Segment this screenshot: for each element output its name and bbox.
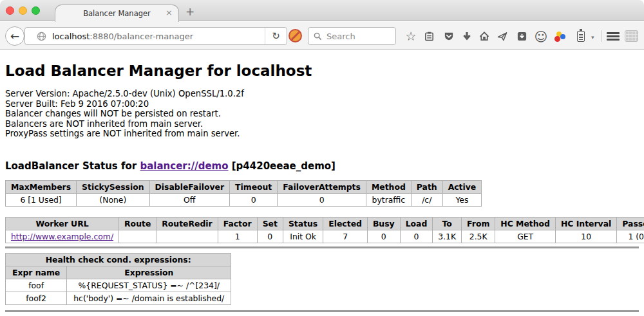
- balancers-inherit-line: Balancers are NOT inherited from main se…: [5, 119, 639, 129]
- colored-dots-icon: [554, 32, 565, 42]
- column-header-load: Load: [400, 217, 433, 230]
- browser-window: Balancer Manager × + ← localhost:8880/ba…: [0, 0, 644, 316]
- table-row: foof %{REQUEST_STATUS} =~ /^[234]/: [6, 279, 231, 292]
- worker-status-table: Worker URL Route RouteRedir Factor Set S…: [5, 217, 644, 243]
- column-header-from: From: [462, 217, 495, 230]
- new-tab-button[interactable]: +: [185, 5, 194, 18]
- cell-worker-url: http://www.example.com/: [6, 230, 119, 243]
- proxypass-inherit-line: ProxyPass settings are NOT inherited fro…: [5, 129, 639, 139]
- table-row: foof2 hc('body') =~ /domain is establish…: [6, 292, 231, 304]
- status-prefix: LoadBalancer Status for: [5, 160, 140, 172]
- column-header-set: Set: [257, 217, 283, 230]
- balancer-demo-link[interactable]: balancer://demo: [140, 160, 228, 172]
- titlebar: Balancer Manager × +: [0, 0, 644, 21]
- page-content: Load Balancer Manager for localhost Serv…: [0, 50, 644, 316]
- reload-button[interactable]: ↻: [265, 28, 287, 44]
- pocket-icon[interactable]: [442, 30, 455, 42]
- page-title: Load Balancer Manager for localhost: [5, 62, 639, 79]
- cell-load: 0: [400, 230, 433, 243]
- cell-maxmembers: 6 [1 Used]: [6, 193, 77, 206]
- table-header-row: Worker URL Route RouteRedir Factor Set S…: [6, 217, 644, 230]
- tab-close-icon[interactable]: ×: [166, 8, 173, 17]
- colors-extension-icon[interactable]: [553, 30, 566, 42]
- download-box-icon[interactable]: [515, 30, 528, 42]
- reload-icon: ↻: [272, 30, 280, 42]
- content-blocked-icon[interactable]: [289, 29, 302, 42]
- cell-routeredir: [156, 230, 218, 243]
- cell-failoverattempts: 0: [278, 193, 366, 206]
- cell-hc-method: GET: [495, 230, 556, 243]
- column-header-stickysession: StickySession: [77, 180, 149, 193]
- cell-active: Yes: [442, 193, 482, 206]
- zoom-window-button[interactable]: [32, 6, 40, 15]
- cell-expression: hc('body') =~ /domain is established/: [67, 292, 231, 304]
- emoji-smiley-icon[interactable]: ☺: [535, 30, 547, 42]
- cell-hc-interval: 10: [555, 230, 616, 243]
- cell-expr-name: foof: [6, 279, 67, 292]
- persist-warning-line: Balancer changes will NOT be persisted o…: [5, 109, 639, 119]
- column-header-path: Path: [411, 180, 442, 193]
- url-text[interactable]: localhost:8880/balancer-manager: [52, 32, 265, 41]
- cell-set: 0: [257, 230, 283, 243]
- url-domain: localhost: [52, 32, 90, 41]
- url-bar[interactable]: localhost:8880/balancer-manager ↻: [24, 27, 287, 45]
- menu-button[interactable]: [607, 32, 620, 41]
- cell-from: 2.5K: [462, 230, 495, 243]
- table-header-row: Expr name Expression: [6, 266, 231, 279]
- cell-elected: 7: [323, 230, 368, 243]
- navigation-toolbar: ← localhost:8880/balancer-manager ↻ ☆: [0, 22, 644, 50]
- grid-extension-icon[interactable]: [625, 30, 638, 42]
- tab-title: Balancer Manager: [83, 9, 151, 18]
- clipboard-icon: [424, 31, 435, 42]
- close-window-button[interactable]: [6, 6, 14, 15]
- battery-icon: [577, 31, 585, 42]
- column-header-method: Method: [366, 180, 411, 193]
- toolbar-separator: [601, 30, 601, 42]
- server-version-line: Server Version: Apache/2.5.0-dev (Unix) …: [5, 89, 639, 99]
- tab-balancer-manager[interactable]: Balancer Manager ×: [55, 5, 179, 22]
- loadbalancer-status-heading: LoadBalancer Status for balancer://demo …: [5, 160, 639, 172]
- home-icon[interactable]: [478, 30, 491, 42]
- table-title-row: Health check cond. expressions:: [6, 253, 231, 266]
- send-plane-icon[interactable]: [496, 30, 509, 42]
- search-icon: [314, 32, 322, 41]
- container-battery-icon[interactable]: [574, 30, 587, 42]
- column-header-status: Status: [283, 217, 323, 230]
- divider: [5, 246, 639, 248]
- back-arrow-icon: ←: [10, 30, 19, 42]
- cell-expression: %{REQUEST_STATUS} =~ /^[234]/: [67, 279, 231, 292]
- column-header-failoverattempts: FailoverAttempts: [278, 180, 366, 193]
- cell-to: 3.1K: [433, 230, 462, 243]
- table-row: http://www.example.com/ 1 0 Init Ok 7 0 …: [6, 230, 644, 243]
- cell-timeout: 0: [230, 193, 278, 206]
- cell-method: bytraffic: [366, 193, 411, 206]
- downloads-icon[interactable]: [460, 30, 473, 42]
- column-header-expression: Expression: [67, 266, 231, 279]
- globe-icon: [37, 32, 46, 41]
- balancer-settings-table: MaxMembers StickySession DisableFailover…: [5, 180, 482, 207]
- minimize-window-button[interactable]: [19, 6, 27, 15]
- cell-status: Init Ok: [283, 230, 323, 243]
- column-header-passes: Passes: [617, 217, 644, 230]
- column-header-elected: Elected: [323, 217, 368, 230]
- bookmarks-list-icon[interactable]: [422, 30, 435, 42]
- column-header-maxmembers: MaxMembers: [6, 180, 77, 193]
- health-table-title: Health check cond. expressions:: [6, 253, 231, 266]
- worker-url-link[interactable]: http://www.example.com/: [11, 232, 113, 241]
- column-header-factor: Factor: [218, 217, 257, 230]
- cell-disablefailover: Off: [149, 193, 230, 206]
- cell-route: [119, 230, 156, 243]
- column-header-hc-interval: HC Interval: [555, 217, 616, 230]
- back-button[interactable]: ←: [5, 26, 24, 46]
- cell-passes: 1 (0): [617, 230, 644, 243]
- cell-factor: 1: [218, 230, 257, 243]
- search-input[interactable]: [327, 32, 384, 41]
- search-bar[interactable]: [308, 27, 396, 45]
- url-path: :8880/balancer-manager: [90, 32, 193, 41]
- cell-expr-name: foof2: [6, 292, 67, 304]
- bookmark-star-icon[interactable]: ☆: [404, 30, 417, 42]
- chevron-down-icon[interactable]: ▾: [591, 34, 594, 41]
- server-info: Server Version: Apache/2.5.0-dev (Unix) …: [5, 89, 639, 139]
- column-header-routeredir: RouteRedir: [156, 217, 218, 230]
- server-built-line: Server Built: Feb 9 2016 07:00:20: [5, 99, 639, 109]
